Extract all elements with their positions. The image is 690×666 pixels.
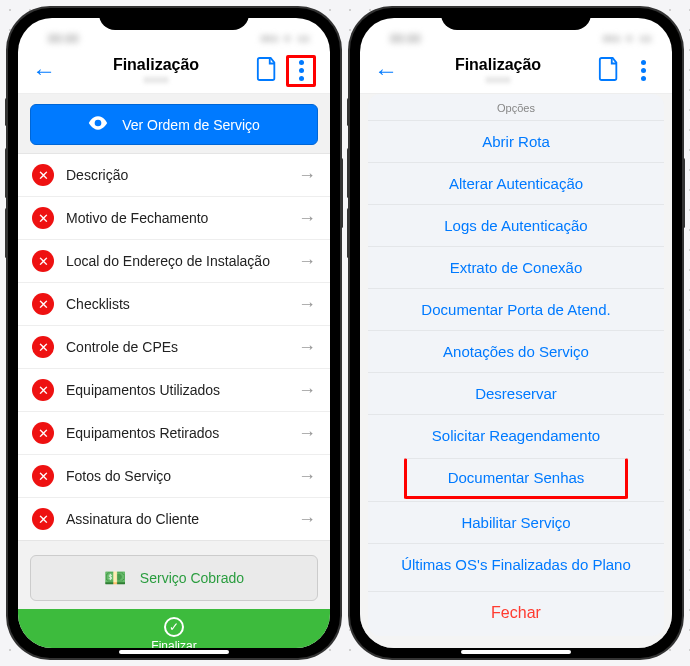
chevron-right-icon: → bbox=[298, 380, 316, 401]
list-item[interactable]: ✕Checklists→ bbox=[18, 283, 330, 326]
chevron-right-icon: → bbox=[298, 208, 316, 229]
page-subtitle: xxxxx bbox=[486, 74, 511, 85]
chevron-right-icon: → bbox=[298, 165, 316, 186]
error-icon: ✕ bbox=[32, 207, 54, 229]
sheet-cancel-button[interactable]: Fechar bbox=[368, 591, 664, 634]
service-charged-label: Serviço Cobrado bbox=[140, 570, 244, 586]
sheet-option-change-auth[interactable]: Alterar Autenticação bbox=[368, 162, 664, 204]
view-service-order-button[interactable]: Ver Ordem de Serviço bbox=[30, 104, 318, 145]
navbar: ← Finalização xxxxx bbox=[360, 48, 672, 94]
page-title: Finalização bbox=[113, 56, 199, 74]
service-charged-button[interactable]: 💵 Serviço Cobrado bbox=[30, 555, 318, 601]
chevron-right-icon: → bbox=[298, 466, 316, 487]
eye-icon bbox=[88, 116, 108, 133]
sheet-option-document-passwords[interactable]: Documentar Senhas bbox=[404, 458, 628, 499]
list-item[interactable]: ✕Equipamentos Retirados→ bbox=[18, 412, 330, 455]
chevron-right-icon: → bbox=[298, 509, 316, 530]
error-icon: ✕ bbox=[32, 293, 54, 315]
list-item[interactable]: ✕Fotos do Serviço→ bbox=[18, 455, 330, 498]
error-icon: ✕ bbox=[32, 336, 54, 358]
list-item[interactable]: ✕Descrição→ bbox=[18, 154, 330, 197]
sheet-title: Opções bbox=[368, 94, 664, 120]
check-icon: ✓ bbox=[164, 617, 184, 637]
sheet-option-auth-logs[interactable]: Logs de Autenticação bbox=[368, 204, 664, 246]
error-icon: ✕ bbox=[32, 508, 54, 530]
list-item[interactable]: ✕Assinatura do Cliente→ bbox=[18, 498, 330, 540]
back-button[interactable]: ← bbox=[32, 57, 56, 85]
list-item[interactable]: ✕Local do Endereço de Instalação→ bbox=[18, 240, 330, 283]
page-subtitle: xxxxx bbox=[144, 74, 169, 85]
svg-point-0 bbox=[96, 121, 99, 124]
sheet-option-open-route[interactable]: Abrir Rota bbox=[368, 120, 664, 162]
sheet-option-unreserve[interactable]: Desreservar bbox=[368, 372, 664, 414]
error-icon: ✕ bbox=[32, 379, 54, 401]
list-item[interactable]: ✕Controle de CPEs→ bbox=[18, 326, 330, 369]
page-title: Finalização bbox=[455, 56, 541, 74]
finalization-checklist: ✕Descrição→ ✕Motivo de Fechamento→ ✕Loca… bbox=[18, 153, 330, 541]
status-bar: 00:00 ▮▮▯ ᯤ ▯▯ bbox=[18, 18, 330, 48]
list-item[interactable]: ✕Motivo de Fechamento→ bbox=[18, 197, 330, 240]
document-icon[interactable] bbox=[256, 56, 278, 86]
sheet-option-document-port[interactable]: Documentar Porta de Atend. bbox=[368, 288, 664, 330]
status-bar: 00:00 ▮▮▯ ᯤ ▯▯ bbox=[360, 18, 672, 48]
list-item[interactable]: ✕Equipamentos Utilizados→ bbox=[18, 369, 330, 412]
sheet-option-last-os-finalized[interactable]: Últimas OS's Finalizadas do Plano bbox=[368, 543, 664, 585]
options-action-sheet: Opções Abrir Rota Alterar Autenticação L… bbox=[368, 94, 664, 636]
back-button[interactable]: ← bbox=[374, 57, 398, 85]
sheet-option-connection-extract[interactable]: Extrato de Conexão bbox=[368, 246, 664, 288]
finalize-label: Finalizar bbox=[26, 639, 322, 648]
chevron-right-icon: → bbox=[298, 423, 316, 444]
navbar: ← Finalização xxxxx bbox=[18, 48, 330, 94]
error-icon: ✕ bbox=[32, 250, 54, 272]
chevron-right-icon: → bbox=[298, 294, 316, 315]
more-menu-button[interactable] bbox=[286, 55, 316, 87]
chevron-right-icon: → bbox=[298, 337, 316, 358]
chevron-right-icon: → bbox=[298, 251, 316, 272]
sheet-option-enable-service[interactable]: Habilitar Serviço bbox=[368, 501, 664, 543]
more-menu-button[interactable] bbox=[628, 55, 658, 87]
sheet-option-service-notes[interactable]: Anotações do Serviço bbox=[368, 330, 664, 372]
finalize-button[interactable]: ✓ Finalizar bbox=[18, 609, 330, 648]
sheet-option-request-reschedule[interactable]: Solicitar Reagendamento bbox=[368, 414, 664, 456]
document-icon[interactable] bbox=[598, 56, 620, 86]
error-icon: ✕ bbox=[32, 164, 54, 186]
error-icon: ✕ bbox=[32, 422, 54, 444]
error-icon: ✕ bbox=[32, 465, 54, 487]
money-icon: 💵 bbox=[104, 567, 126, 589]
view-service-order-label: Ver Ordem de Serviço bbox=[122, 117, 260, 133]
